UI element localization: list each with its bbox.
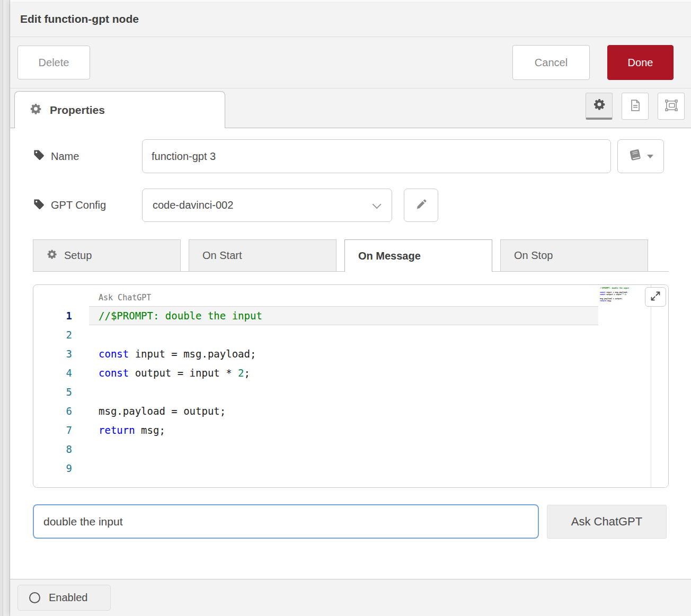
line-number: 3 [33, 344, 72, 363]
code-lines: Ask ChatGPT1//$PROMPT: double the input2… [33, 290, 668, 478]
tab-on-stop-label: On Stop [514, 249, 553, 262]
enabled-toggle-button[interactable]: Enabled [17, 585, 111, 611]
dialog-header: Edit function-gpt node [10, 2, 691, 37]
tab-on-start[interactable]: On Start [189, 239, 336, 271]
prompt-input[interactable] [33, 504, 539, 539]
code-line-4: 4const output = input * 2; [33, 363, 668, 382]
tab-on-message[interactable]: On Message [344, 239, 492, 272]
minimap-content: //$PROMPT: double the input const input … [600, 287, 613, 306]
expand-icon [650, 291, 661, 303]
library-button[interactable] [617, 139, 664, 173]
codelens-row: Ask ChatGPT [33, 290, 668, 306]
toolbar-right-group: Cancel Done [512, 45, 674, 80]
dialog-footer: Enabled [10, 579, 691, 616]
name-label: Name [33, 149, 142, 164]
editor-tab-strip: Properties [10, 88, 691, 128]
edit-node-dialog: Edit function-gpt node Delete Cancel Don… [10, 0, 691, 616]
code-line-5: 5 [33, 382, 668, 401]
name-input[interactable] [142, 139, 611, 173]
tab-appearance-button[interactable] [658, 93, 685, 120]
minimap[interactable]: //$PROMPT: double the input const input … [600, 287, 650, 310]
ask-chatgpt-button[interactable]: Ask ChatGPT [547, 505, 667, 539]
gear-icon [47, 249, 57, 262]
done-button[interactable]: Done [607, 45, 674, 80]
gpt-config-label: GPT Config [33, 198, 142, 213]
document-icon [628, 99, 642, 114]
dialog-title: Edit function-gpt node [20, 13, 139, 25]
tab-node-properties-button[interactable] [586, 93, 613, 120]
caret-down-icon [647, 155, 653, 162]
expand-editor-button[interactable] [645, 287, 666, 307]
tab-properties[interactable]: Properties [14, 91, 225, 128]
pencil-icon [415, 199, 427, 212]
line-number: 4 [33, 363, 72, 382]
gear-icon [30, 103, 42, 117]
line-number: 1 [33, 306, 72, 325]
tab-description-button[interactable] [622, 93, 649, 120]
code-line-2: 2 [33, 325, 668, 344]
gpt-config-field-row: GPT Config code-davinci-002 [33, 189, 669, 222]
line-number: 6 [33, 401, 72, 421]
name-label-text: Name [51, 150, 79, 163]
book-icon [628, 149, 642, 164]
delete-button[interactable]: Delete [17, 46, 90, 79]
circle-icon [29, 592, 40, 603]
tab-on-start-label: On Start [202, 249, 242, 262]
screen: Edit function-gpt node Delete Cancel Don… [0, 0, 691, 616]
gpt-config-label-text: GPT Config [51, 199, 106, 211]
function-tabs: Setup On Start On Message On Stop [33, 240, 669, 272]
tab-setup-label: Setup [64, 249, 92, 262]
code-line-3: 3const input = msg.payload; [33, 344, 668, 363]
gpt-config-selected-value: code-davinci-002 [153, 199, 233, 211]
code-line-1: 1//$PROMPT: double the input [33, 306, 668, 325]
line-number: 7 [33, 421, 72, 440]
tab-setup[interactable]: Setup [33, 239, 181, 271]
line-number: 8 [33, 440, 72, 459]
tab-properties-label: Properties [50, 104, 105, 117]
chevron-down-icon [373, 200, 382, 209]
code-line-7: 7return msg; [33, 421, 668, 440]
appearance-icon [665, 99, 678, 114]
edit-config-button[interactable] [404, 189, 438, 222]
cancel-button[interactable]: Cancel [512, 45, 590, 80]
name-field-row: Name [33, 139, 669, 173]
enabled-label: Enabled [49, 592, 87, 604]
code-line-8: 8 [33, 440, 668, 459]
dialog-toolbar: Delete Cancel Done [10, 37, 691, 88]
code-line-6: 6msg.payload = output; [33, 401, 668, 421]
line-number: 5 [33, 382, 72, 401]
workspace-edge [0, 0, 10, 616]
code-editor[interactable]: Ask ChatGPT1//$PROMPT: double the input2… [33, 284, 669, 488]
line-number: 9 [33, 459, 72, 478]
properties-form: Name GPT Config code- [10, 128, 691, 579]
gear-icon [593, 98, 606, 112]
tab-on-message-label: On Message [358, 250, 421, 262]
line-number: 2 [33, 325, 72, 344]
prompt-row: Ask ChatGPT [33, 504, 669, 539]
code-line-9: 9 [33, 459, 668, 478]
editor-type-tabs [586, 93, 685, 120]
tag-icon [33, 198, 45, 213]
codelens-ask-chatgpt[interactable]: Ask ChatGPT [99, 290, 151, 306]
gpt-config-select[interactable]: code-davinci-002 [142, 189, 392, 222]
tag-icon [33, 149, 45, 164]
editor-scrollbar-gutter[interactable] [651, 285, 668, 487]
tab-on-stop[interactable]: On Stop [500, 239, 648, 271]
